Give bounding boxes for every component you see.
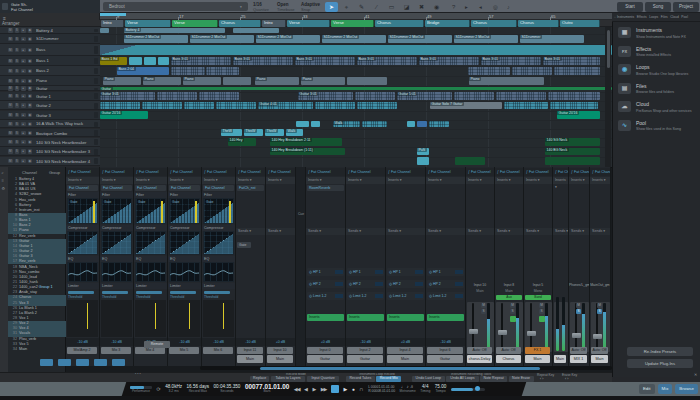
clip[interactable] <box>454 92 494 100</box>
solo-button[interactable]: S <box>510 309 515 314</box>
record-arm-button[interactable]: ● <box>21 28 26 33</box>
clip[interactable]: Guitar Solo 7 Guitar <box>430 102 502 110</box>
inserts-label[interactable]: Inserts ▾ <box>168 177 201 184</box>
browser-tab-pool[interactable]: Pool <box>681 15 688 19</box>
insert-slot-header[interactable]: ƒ Fat Channel <box>266 168 295 176</box>
browser-button-re-index-presets[interactable]: Re-Index Presets <box>627 347 693 356</box>
mic-icon[interactable]: ♪ <box>507 2 510 12</box>
mute-button[interactable]: M <box>8 103 13 108</box>
inserts-label[interactable]: Inserts ▾ <box>495 177 523 184</box>
rec-tools-button-undo-all-loops[interactable]: Undo All Loops <box>446 376 479 382</box>
sends-label[interactable]: Sends ▾ <box>426 228 465 235</box>
clip[interactable] <box>347 77 387 85</box>
mute-button[interactable]: M <box>597 303 602 308</box>
arranger-section-chorus[interactable]: Chorus <box>471 20 517 27</box>
mute-button[interactable]: M <box>8 122 13 127</box>
rec-tools-button-undo-last-loop[interactable]: Undo Last Loop <box>412 376 445 382</box>
clip[interactable]: Piano <box>103 77 141 85</box>
solo-button[interactable]: S <box>15 28 20 33</box>
insert-slot-header[interactable]: ƒ Fat Channel <box>590 168 610 176</box>
clip[interactable]: Piano <box>255 77 299 85</box>
inserts-label[interactable]: Inserts ▾ <box>426 177 465 184</box>
insert-slot-header[interactable]: ƒ Fat Channel <box>524 168 552 176</box>
record-arm-button[interactable]: ● <box>21 140 26 145</box>
clip[interactable] <box>233 28 279 33</box>
range-tool[interactable]: ⌖ <box>340 2 353 12</box>
inserts-label[interactable]: Inserts ▾ <box>66 177 99 184</box>
clip[interactable]: Bass 3:01 <box>481 57 541 65</box>
mixer-strip-meter2[interactable]: ƒ Fat ChannelInserts ▾Sends ▾Main <box>553 167 569 366</box>
monitor-button[interactable]: ◉ <box>28 79 33 84</box>
repeat-key-selector[interactable]: ‹ › <box>540 377 543 381</box>
mixer-strip-fat[interactable]: ƒ Fat ChannelInserts ▾Fat ChannelFilterG… <box>66 167 100 366</box>
send-slot-limit-1-2[interactable]: ◎ Limit 1-2 <box>427 292 464 300</box>
strip-volume-readout[interactable]: +0 dB <box>386 338 425 346</box>
toolbar-quantize-dropdown[interactable]: 1/16Quantize <box>253 2 276 13</box>
insert-slot-header[interactable]: ƒ Fat Channel <box>306 168 345 176</box>
record-arm-button[interactable]: ● <box>21 94 26 99</box>
clip[interactable]: Piano <box>301 77 345 85</box>
clip[interactable]: Bass 3:01 <box>357 57 417 65</box>
output-volume-slider[interactable] <box>451 388 485 391</box>
sends-label[interactable]: Sends ▾ <box>590 228 610 235</box>
page-switch-edit[interactable]: Edit <box>639 384 655 394</box>
remote-tag[interactable]: Remote <box>144 341 170 348</box>
arrow-tool[interactable]: ➤ <box>325 2 338 12</box>
insert-item[interactable]: FatCh_nst <box>237 185 264 191</box>
insert-item[interactable]: RoomReverb <box>307 185 344 191</box>
clip[interactable] <box>296 121 309 128</box>
clip[interactable]: Bass 3:01 <box>171 57 231 65</box>
fader-knob[interactable] <box>527 331 536 336</box>
fader-knob[interactable] <box>593 334 602 339</box>
sends-label[interactable]: Sends ▾ <box>553 228 568 235</box>
solo-button[interactable]: S <box>15 103 20 108</box>
clip[interactable] <box>468 67 510 75</box>
stop-button[interactable] <box>331 385 339 393</box>
insert-slot-header[interactable]: ƒ Fat Channel <box>66 168 99 176</box>
solo-button[interactable]: S <box>15 59 20 64</box>
browser-item-loops[interactable]: ◉LoopsBrowse Studio One loop libraries <box>616 63 698 80</box>
solo-button[interactable]: S <box>15 159 20 164</box>
monitor-button[interactable]: ◉ <box>28 59 33 64</box>
arranger-section-chorus[interactable]: Chorus <box>375 20 424 27</box>
mixer-list-icon[interactable]: ≡ <box>2 178 4 183</box>
strip-volume-readout[interactable]: -10 dB <box>66 338 99 346</box>
record-arm-button[interactable]: ● <box>21 79 26 84</box>
clip[interactable] <box>496 92 546 100</box>
arranger-section-chorus[interactable]: Chorus <box>219 20 261 27</box>
clip[interactable] <box>311 121 320 128</box>
inserts-label[interactable]: Inserts ▾ <box>346 177 385 184</box>
insert-item-fat-channel[interactable]: Fat Channel <box>67 185 98 191</box>
strip-volume-readout[interactable]: -10 dB <box>100 338 133 346</box>
time-signature-display[interactable]: 4/4Timing <box>420 384 430 394</box>
page-switch-browse[interactable]: Browse <box>675 384 698 394</box>
mute-button[interactable]: M <box>8 131 13 136</box>
monitor-button[interactable]: ◉ <box>28 149 33 154</box>
inserts-label[interactable]: Inserts ▾ <box>524 177 552 184</box>
performance-meter[interactable]: Performance <box>130 385 152 393</box>
clip[interactable] <box>100 102 140 110</box>
inserts-label[interactable]: Inserts ▾ <box>466 177 494 184</box>
send-slot-limit-1-2[interactable]: ◎ Limit 1-2 <box>307 292 344 300</box>
arrange-vscroll-thumb[interactable] <box>607 30 610 68</box>
mute-button[interactable]: M <box>8 28 13 33</box>
inserts-label[interactable]: Inserts ▾ <box>306 177 345 184</box>
clip[interactable]: Guitar 20'16 <box>100 111 148 119</box>
solo-button[interactable]: S <box>15 94 20 99</box>
clip[interactable] <box>417 157 429 165</box>
clip[interactable]: Walk <box>333 121 360 128</box>
sends-label[interactable]: Sends ▾ <box>346 228 385 235</box>
solo-button[interactable]: S <box>15 37 20 42</box>
clip[interactable] <box>429 121 449 128</box>
send-slot-hp-1[interactable]: ◎ HP 1 <box>347 268 384 276</box>
browser-item-effects[interactable]: FXEffectsShow installed Effects <box>616 45 698 62</box>
fader-groove[interactable] <box>501 303 503 351</box>
clip[interactable]: Guitar 20'16 <box>557 111 600 119</box>
insert-slot-header[interactable]: ƒ Fat Channel <box>346 168 385 176</box>
clip[interactable]: 140 Hey Breakdown (1:11) <box>270 148 345 156</box>
insert-item-fat-channel[interactable]: Fat Channel <box>135 185 166 191</box>
browser-button-update-plug-ins[interactable]: Update Plug-Ins <box>627 359 693 368</box>
channel-list-row[interactable]: 34Main <box>8 347 66 352</box>
page-button-start[interactable]: Start <box>617 2 643 12</box>
record-mode-button-replace[interactable]: Replace <box>250 376 269 382</box>
